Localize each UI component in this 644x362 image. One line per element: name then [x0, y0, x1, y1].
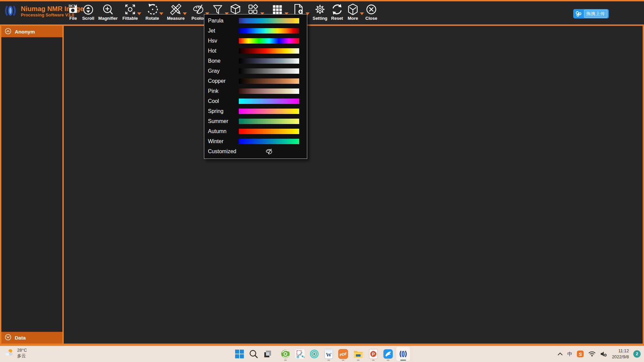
measure-icon [169, 3, 182, 16]
colormap-label: Hot [204, 48, 239, 54]
colormap-option-pink[interactable]: Pink [204, 86, 307, 96]
ime-indicator[interactable]: 中 [567, 351, 572, 357]
close-circle-icon [365, 3, 378, 16]
taskbar-pdf-icon[interactable]: PDF [336, 347, 350, 361]
wifi-icon[interactable] [588, 351, 596, 357]
colormap-option-cool[interactable]: Cool [204, 96, 307, 106]
volume-muted-icon[interactable] [600, 351, 607, 357]
clock-date: 2022/9/8 [612, 354, 629, 360]
taskbar-ring-app-icon[interactable] [307, 347, 321, 361]
taskbar-word-icon[interactable]: W [322, 347, 336, 361]
weather-temperature: 28°C [17, 348, 27, 353]
colormap-swatch-parula [239, 18, 299, 23]
running-indicator [357, 360, 360, 361]
colormap-label: Parula [204, 18, 239, 24]
weather-widget[interactable]: 28°C 多云 [4, 348, 27, 359]
drag-upload-button[interactable]: 拖拽上传 [573, 9, 609, 18]
weather-condition: 多云 [17, 353, 27, 359]
toolbar-label-pcolor: Pcolor [192, 16, 205, 21]
chevron-down-circle-icon [5, 334, 11, 342]
taskbar-nmr-app-icon[interactable] [396, 347, 410, 361]
colormap-option-copper[interactable]: Copper [204, 76, 307, 86]
taskbar-browser-360-icon[interactable] [278, 347, 292, 361]
app-right-border [643, 26, 644, 344]
image-canvas [64, 26, 643, 344]
sogou-input-icon[interactable]: S [577, 350, 584, 358]
colormap-label: Hsv [204, 38, 239, 44]
drag-upload-label: 拖拽上传 [584, 10, 607, 18]
clock-widget[interactable]: 11:12 2022/9/8 [612, 348, 629, 360]
colormap-swatch-hot [239, 48, 299, 54]
taskbar-task-view-icon[interactable] [261, 347, 275, 361]
toolbar-label-rotate: Rotate [146, 16, 159, 21]
colormap-swatch-jet [239, 28, 299, 34]
colormap-option-summer[interactable]: Summer [204, 116, 307, 126]
colormap-option-hot[interactable]: Hot [204, 46, 307, 56]
running-indicator [284, 360, 287, 361]
scroll-icon [82, 3, 95, 16]
taskbar-powerpoint-icon[interactable]: P [366, 347, 380, 361]
sidebar-data-label: Data [15, 335, 26, 341]
notification-badge[interactable]: 2 [633, 350, 641, 358]
colormap-label: Cool [204, 98, 239, 104]
chevron-up-circle-icon [5, 28, 11, 36]
taskbar-windows-start-icon[interactable] [232, 347, 247, 361]
colormap-swatch-cool [239, 99, 299, 104]
colormap-swatch-bone [239, 58, 299, 64]
toolbar: Niumag NMR Image Processing Software V3.… [0, 1, 644, 24]
taskbar: 28°C 多云 +WPDFP 中 S [0, 345, 644, 362]
running-indicator [327, 360, 330, 361]
running-indicator [387, 360, 389, 361]
sidebar-section-anonym[interactable]: Anonym [1, 26, 62, 37]
colormap-label: Jet [204, 28, 239, 34]
colormap-option-customized[interactable]: Customized [204, 146, 307, 157]
tray-chevron-up-icon[interactable] [557, 352, 563, 356]
running-indicator [342, 360, 344, 361]
sidebar-section-data[interactable]: Data [1, 332, 62, 344]
magnifier-icon [101, 3, 115, 16]
svg-text:S: S [579, 351, 582, 357]
colormap-label: Bone [204, 58, 239, 64]
weather-cloud-sun-icon [4, 348, 14, 358]
taskbar-search-icon[interactable] [247, 347, 261, 361]
colormap-option-hsv[interactable]: Hsv [204, 36, 307, 46]
colormap-option-bone[interactable]: Bone [204, 56, 307, 66]
colormap-menu: ParulaJetHsvHotBoneGrayCopperPinkCoolSpr… [204, 14, 307, 159]
app-logo-icon [3, 3, 18, 20]
running-indicator [372, 360, 375, 361]
screen: Niumag NMR Image Processing Software V3.… [0, 0, 644, 362]
colormap-label: Copper [204, 78, 239, 84]
sidebar: Anonym Data [0, 26, 64, 344]
colormap-swatch-pink [239, 88, 299, 94]
colormap-label: Spring [204, 108, 239, 114]
netdisk-cloud-icon [573, 9, 584, 18]
colormap-option-winter[interactable]: Winter [204, 136, 307, 146]
colormap-label: Winter [204, 138, 239, 144]
colormap-option-parula[interactable]: Parula [204, 16, 307, 26]
palette-icon [192, 3, 205, 16]
svg-text:W: W [326, 352, 332, 358]
colormap-option-autumn[interactable]: Autumn [204, 126, 307, 136]
running-indicator [400, 360, 406, 361]
palette-icon [239, 147, 299, 156]
colormap-option-spring[interactable]: Spring [204, 106, 307, 116]
toolbar-item-close[interactable]: Close [357, 3, 386, 21]
colormap-label: Gray [204, 68, 239, 74]
colormap-option-jet[interactable]: Jet [204, 26, 307, 36]
toolbar-label-magnifier: Magnifier [98, 16, 118, 21]
toolbar-label-scroll: Scroll [82, 16, 94, 21]
svg-text:P: P [372, 352, 375, 357]
colormap-swatch-summer [239, 119, 299, 124]
taskbar-snip-tool-icon[interactable]: + [293, 347, 307, 361]
toolbar-label-close: Close [365, 16, 377, 21]
toolbar-label-fittable: Fittable [122, 16, 138, 21]
colormap-swatch-hsv [239, 38, 299, 44]
taskbar-file-explorer-icon[interactable] [351, 347, 365, 361]
svg-text:+: + [303, 356, 305, 359]
taskbar-bird-app-icon[interactable] [381, 347, 395, 361]
colormap-swatch-spring [239, 109, 299, 114]
colormap-label: Customized [204, 148, 239, 155]
system-tray: 中 S [557, 346, 641, 362]
colormap-swatch-winter [239, 139, 299, 144]
colormap-option-gray[interactable]: Gray [204, 66, 307, 76]
